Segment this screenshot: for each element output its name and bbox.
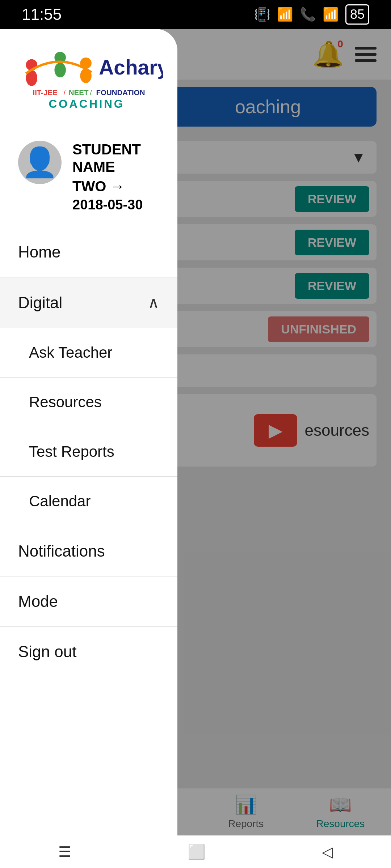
drawer-nav: Home Digital ∧ Ask Teacher Resources Tes… [0, 227, 177, 868]
svg-text:/: / [90, 88, 92, 97]
svg-text:/: / [64, 88, 66, 97]
svg-text:IIT-JEE: IIT-JEE [33, 88, 57, 97]
drawer-logo-area: Acharya IIT-JEE / NEET / FOUNDATION COAC… [0, 29, 177, 133]
nav-item-home-label: Home [18, 243, 60, 261]
submenu-test-reports-label: Test Reports [29, 443, 114, 460]
svg-text:NEET: NEET [69, 88, 89, 97]
status-icons: 📳 📶 📞 📶 85 [254, 4, 369, 25]
svg-text:FOUNDATION: FOUNDATION [96, 88, 145, 97]
android-back-btn[interactable]: ◁ [322, 843, 333, 860]
battery-indicator: 85 [345, 4, 369, 25]
submenu-ask-teacher-label: Ask Teacher [29, 344, 112, 361]
svg-text:COACHING: COACHING [49, 97, 125, 110]
nav-item-mode-label: Mode [18, 592, 58, 610]
nav-item-digital-label: Digital [18, 294, 62, 312]
profile-info: STUDENT NAME TWO → 2018-05-30 [72, 141, 159, 213]
avatar: 👤 [18, 141, 62, 184]
submenu-calendar-label: Calendar [29, 493, 91, 510]
chevron-up-icon: ∧ [148, 293, 159, 312]
acharya-logo: Acharya IIT-JEE / NEET / FOUNDATION COAC… [14, 51, 163, 119]
svg-point-3 [54, 63, 66, 77]
status-time: 11:55 [22, 5, 62, 24]
signal-icon: 📶 [323, 7, 339, 22]
student-name-line2: TWO → [72, 178, 159, 195]
call-icon: 📞 [300, 7, 316, 22]
submenu-item-test-reports[interactable]: Test Reports [0, 427, 177, 477]
android-nav-bar: ☰ ⬜ ◁ [0, 835, 391, 868]
nav-item-notifications[interactable]: Notifications [0, 526, 177, 576]
nav-item-sign-out[interactable]: Sign out [0, 627, 177, 677]
nav-item-sign-out-label: Sign out [18, 643, 76, 661]
battery-level: 85 [350, 7, 365, 22]
submenu-item-ask-teacher[interactable]: Ask Teacher [0, 328, 177, 378]
student-date: 2018-05-30 [72, 197, 159, 213]
submenu-digital: Ask Teacher Resources Test Reports Calen… [0, 328, 177, 526]
nav-item-digital[interactable]: Digital ∧ [0, 277, 177, 328]
nav-item-notifications-label: Notifications [18, 542, 105, 560]
submenu-item-resources[interactable]: Resources [0, 378, 177, 427]
drawer: Acharya IIT-JEE / NEET / FOUNDATION COAC… [0, 29, 177, 868]
student-name-line1: STUDENT NAME [72, 141, 159, 175]
nav-item-mode[interactable]: Mode [0, 576, 177, 627]
wifi-icon: 📶 [277, 7, 293, 22]
submenu-resources-label: Resources [29, 393, 102, 411]
vibrate-icon: 📳 [254, 7, 270, 22]
svg-text:Acharya: Acharya [99, 56, 163, 79]
status-bar: 11:55 📳 📶 📞 📶 85 [0, 0, 391, 29]
android-menu-btn[interactable]: ☰ [58, 843, 71, 860]
avatar-icon: 👤 [22, 145, 58, 179]
submenu-item-calendar[interactable]: Calendar [0, 477, 177, 526]
android-home-btn[interactable]: ⬜ [188, 843, 206, 860]
nav-item-home[interactable]: Home [0, 227, 177, 277]
drawer-profile: 👤 STUDENT NAME TWO → 2018-05-30 [0, 133, 177, 227]
